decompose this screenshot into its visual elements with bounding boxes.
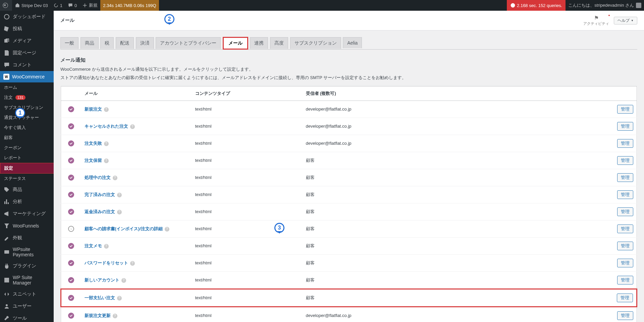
nav-media[interactable]: メディア [0, 35, 54, 47]
help-tooltip-icon[interactable]: ? [117, 296, 122, 301]
content-type: text/html [192, 271, 303, 289]
th-action [610, 86, 637, 101]
email-name-link[interactable]: パスワードをリセット [85, 260, 128, 265]
activity-panel[interactable]: ⚑ アクティビティ [583, 15, 609, 26]
query-monitor[interactable]: 2.168 sec. 152 queries. [507, 0, 566, 11]
admin-sidebar: ダッシュボード 投稿 メディア 固定ページ コメント WWooCommerce … [0, 11, 54, 322]
tab-accounts[interactable]: アカウントとプライバシー [156, 37, 221, 49]
nav-dashboard[interactable]: ダッシュボード [0, 11, 54, 23]
help-tooltip-icon[interactable]: ? [117, 193, 122, 197]
manage-button[interactable]: 管理 [617, 294, 633, 302]
email-name-link[interactable]: 注文メモ [85, 243, 102, 248]
table-row: 新規注文?text/htmldeveloper@flatflat.co.jp管理 [61, 101, 637, 118]
nav-analytics[interactable]: 分析 [0, 196, 54, 208]
email-name-link[interactable]: 新規注文更新 [85, 313, 111, 318]
nav-appearance[interactable]: 外観 [0, 232, 54, 244]
svg-point-1 [511, 3, 515, 8]
tab-products[interactable]: 商品 [80, 37, 99, 49]
help-tooltip-icon[interactable]: ? [113, 176, 117, 180]
page-title: メール [60, 17, 74, 23]
sub-status[interactable]: ステータス [0, 174, 54, 184]
updates[interactable]: 1 [51, 0, 65, 11]
account-greeting[interactable]: こんにちは、stripedevadmin さん [566, 0, 644, 11]
nav-posts[interactable]: 投稿 [0, 23, 54, 35]
help-button[interactable]: ヘルプ [614, 17, 637, 24]
nav-tools[interactable]: ツール [0, 312, 54, 322]
sub-buynow[interactable]: 今すぐ購入 [0, 123, 54, 133]
tab-payments[interactable]: 決済 [136, 37, 154, 49]
site-name[interactable]: Stripe Dev 03 [12, 0, 51, 11]
nav-users[interactable]: ユーザー [0, 300, 54, 312]
help-tooltip-icon[interactable]: ? [117, 210, 122, 214]
manage-button[interactable]: 管理 [617, 224, 633, 233]
nav-plugins[interactable]: プラグイン [0, 260, 54, 272]
sub-subscriptions[interactable]: サブスクリプション [0, 103, 54, 113]
sub-customers[interactable]: 顧客 [0, 133, 54, 143]
help-tooltip-icon[interactable]: ? [104, 244, 109, 249]
recipient: 顧客 [303, 289, 610, 307]
manage-button[interactable]: 管理 [617, 207, 633, 216]
manage-button[interactable]: 管理 [617, 259, 633, 267]
tab-shipping[interactable]: 配送 [116, 37, 134, 49]
status-enabled-icon [68, 106, 74, 112]
sub-orders[interactable]: 注文 131 [0, 92, 54, 103]
nav-snippets[interactable]: スニペット [0, 288, 54, 300]
manage-button[interactable]: 管理 [617, 276, 633, 284]
email-name-link[interactable]: 新しいアカウント [85, 277, 119, 282]
email-name-link[interactable]: 返金済みの注文 [85, 209, 115, 214]
help-tooltip-icon[interactable]: ? [113, 314, 117, 318]
annotation-1: 1 [15, 108, 25, 118]
wp-logo[interactable] [0, 0, 12, 11]
email-name-link[interactable]: キャンセルされた注文 [85, 124, 128, 129]
nav-wp-suite-manager[interactable]: WP Suite Manager [0, 272, 54, 288]
help-tooltip-icon[interactable]: ? [104, 158, 109, 163]
tab-emails[interactable]: メール [223, 37, 248, 50]
sub-currency[interactable]: 通貨スイッチャー [0, 113, 54, 123]
nav-woocommerce[interactable]: WWooCommerce [0, 71, 54, 82]
nav-products[interactable]: 商品 [0, 184, 54, 196]
email-name-link[interactable]: 注文失敗 [85, 141, 102, 146]
help-tooltip-icon[interactable]: ? [130, 124, 135, 129]
nav-wpsuite-payments[interactable]: WPsuite Payments [0, 244, 54, 260]
tab-tax[interactable]: 税 [100, 37, 114, 49]
manage-button[interactable]: 管理 [617, 190, 633, 199]
th-recipient: 受信者 (複数可) [303, 86, 610, 101]
sub-settings[interactable]: 設定 [0, 163, 54, 174]
help-tooltip-icon[interactable]: ? [104, 107, 109, 112]
page-header: メール ⚑ アクティビティ ヘルプ [54, 11, 644, 30]
help-tooltip-icon[interactable]: ? [121, 278, 126, 283]
nav-comments[interactable]: コメント [0, 59, 54, 71]
sub-coupons[interactable]: クーポン [0, 143, 54, 153]
tab-advanced[interactable]: 高度 [270, 37, 288, 49]
help-tooltip-icon[interactable]: ? [130, 261, 135, 266]
help-tooltip-icon[interactable]: ? [104, 141, 109, 146]
manage-button[interactable]: 管理 [617, 156, 633, 165]
perf-stats[interactable]: 2.34s 140.7MB 0.06s 199Q [100, 0, 159, 11]
nav-woofunnels[interactable]: WooFunnels [0, 220, 54, 232]
new-content[interactable]: 新規 [79, 0, 100, 11]
manage-button[interactable]: 管理 [617, 311, 633, 320]
tab-subscriptions[interactable]: サブスクリプション [290, 37, 341, 49]
manage-button[interactable]: 管理 [617, 242, 633, 250]
email-name-link[interactable]: 新規注文 [85, 107, 102, 112]
manage-button[interactable]: 管理 [617, 122, 633, 131]
tab-general[interactable]: 一般 [60, 37, 78, 49]
email-name-link[interactable]: 注文保留 [85, 158, 102, 163]
tab-aelia[interactable]: Aelia [343, 37, 362, 48]
email-name-link[interactable]: 一部支払い注文 [85, 295, 115, 300]
activity-label: アクティビティ [583, 21, 609, 26]
sub-reports[interactable]: レポート [0, 153, 54, 163]
comments[interactable]: 0 [65, 0, 79, 11]
manage-button[interactable]: 管理 [617, 173, 633, 182]
manage-button[interactable]: 管理 [617, 105, 633, 114]
email-name-link[interactable]: 顧客への請求書(インボイス)/注文の詳細 [85, 226, 163, 231]
help-tooltip-icon[interactable]: ? [165, 227, 169, 232]
content-type: text/html [192, 135, 303, 152]
email-name-link[interactable]: 処理中の注文 [85, 175, 111, 180]
sub-home[interactable]: ホーム [0, 82, 54, 92]
email-name-link[interactable]: 完了済みの注文 [85, 192, 115, 197]
manage-button[interactable]: 管理 [617, 139, 633, 148]
nav-marketing[interactable]: マーケティング [0, 208, 54, 220]
tab-integration[interactable]: 連携 [250, 37, 268, 49]
nav-pages[interactable]: 固定ページ [0, 47, 54, 59]
